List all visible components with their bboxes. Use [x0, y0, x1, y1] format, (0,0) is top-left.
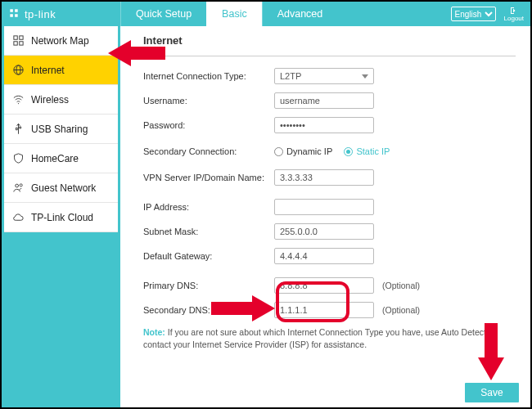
note-text: If you are not sure about which Internet… — [143, 327, 496, 349]
logout-button[interactable]: Logout — [504, 6, 524, 22]
guest-icon — [12, 182, 25, 194]
globe-icon — [12, 64, 25, 76]
label-subnet: Subnet Mask: — [143, 227, 274, 236]
label-username: Username: — [143, 96, 274, 106]
sidebar-item-network-map[interactable]: Network Map — [4, 26, 118, 56]
vpn-server-input[interactable] — [274, 169, 374, 186]
conn-type-value: L2TP — [280, 71, 301, 81]
sidebar-item-label: HomeCare — [31, 153, 79, 164]
username-input[interactable] — [274, 92, 374, 109]
label-primary-dns: Primary DNS: — [143, 281, 274, 290]
annotation-arrow-internet — [108, 37, 165, 73]
save-button[interactable]: Save — [465, 383, 519, 402]
sidebar-item-internet[interactable]: Internet — [4, 56, 118, 85]
svg-point-9 — [20, 184, 22, 187]
svg-point-7 — [18, 103, 19, 104]
sidebar-item-label: Guest Network — [31, 182, 96, 194]
svg-marker-10 — [108, 40, 165, 66]
annotation-dns-highlight — [276, 281, 349, 322]
chevron-down-icon — [362, 74, 368, 79]
svg-rect-3 — [20, 42, 23, 45]
label-vpn: VPN Server IP/Domain Name: — [143, 173, 274, 182]
brand-text: tp-link — [25, 8, 56, 20]
sidebar-item-wireless[interactable]: Wireless — [4, 85, 118, 115]
default-gateway-input[interactable] — [274, 248, 374, 264]
annotation-arrow-save — [475, 323, 507, 384]
radio-dynamic-ip[interactable] — [274, 147, 283, 156]
sidebar-item-label: Wireless — [31, 94, 69, 106]
usb-icon — [12, 123, 25, 135]
content: Internet Internet Connection Type: L2TP … — [120, 26, 530, 407]
wifi-icon — [12, 93, 25, 106]
tab-basic[interactable]: Basic — [206, 2, 262, 26]
optional-text: (Optional) — [382, 305, 420, 315]
top-right: English Logout — [451, 2, 530, 26]
sidebar-item-usb-sharing[interactable]: USB Sharing — [4, 115, 118, 144]
sidebar-item-label: Network Map — [31, 35, 89, 47]
svg-marker-12 — [478, 323, 504, 380]
label-ip: IP Address: — [143, 202, 274, 212]
radio-label-static: Static IP — [356, 146, 390, 156]
cloud-icon — [12, 211, 25, 223]
radio-label-dynamic: Dynamic IP — [286, 146, 332, 156]
brand: tp-link — [2, 2, 120, 26]
note-label: Note: — [143, 327, 165, 337]
password-input[interactable] — [274, 117, 374, 133]
tab-quick-setup[interactable]: Quick Setup — [120, 2, 206, 26]
sidebar-item-tplink-cloud[interactable]: TP-Link Cloud — [4, 203, 118, 232]
label-gateway: Default Gateway: — [143, 251, 274, 261]
sidebar-item-label: TP-Link Cloud — [31, 212, 93, 223]
sidebar: Network Map Internet Wireless USB Sharin… — [4, 26, 118, 232]
sidebar-item-guest-network[interactable]: Guest Network — [4, 173, 118, 203]
optional-text: (Optional) — [382, 281, 420, 290]
sidebar-wrap: Network Map Internet Wireless USB Sharin… — [2, 26, 120, 407]
svg-marker-11 — [211, 295, 275, 321]
language-select[interactable]: English — [451, 7, 496, 21]
ip-address-input[interactable] — [274, 199, 374, 215]
logout-label: Logout — [504, 16, 524, 22]
tabs: Quick Setup Basic Advanced — [120, 2, 337, 26]
divider — [143, 56, 516, 56]
svg-rect-1 — [20, 36, 23, 39]
subnet-mask-input[interactable] — [274, 223, 374, 240]
sidebar-item-label: USB Sharing — [31, 124, 88, 135]
label-secondary: Secondary Connection: — [143, 146, 274, 156]
sidebar-item-label: Internet — [31, 65, 65, 76]
network-map-icon — [12, 34, 25, 47]
shield-icon — [12, 152, 25, 164]
annotation-arrow-dns — [211, 292, 275, 328]
sidebar-item-homecare[interactable]: HomeCare — [4, 144, 118, 173]
tab-advanced[interactable]: Advanced — [262, 2, 338, 26]
brand-logo-icon — [8, 7, 20, 21]
top-bar: tp-link Quick Setup Basic Advanced Engli… — [2, 2, 530, 26]
note: Note: If you are not sure about which In… — [143, 326, 516, 350]
svg-rect-0 — [14, 36, 17, 39]
connection-type-select[interactable]: L2TP — [274, 68, 374, 84]
svg-point-8 — [16, 184, 19, 187]
svg-rect-2 — [14, 42, 17, 45]
label-password: Password: — [143, 120, 274, 130]
radio-static-ip[interactable] — [344, 147, 353, 156]
